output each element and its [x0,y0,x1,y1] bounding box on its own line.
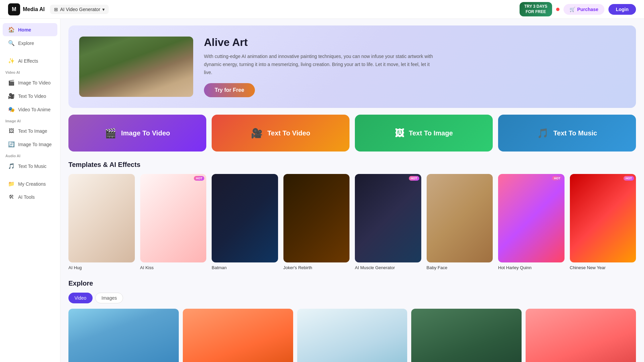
image-video-icon: 🎬 [8,79,15,86]
feature-card-image-video-label: Image To Video [121,129,170,137]
explore-festival-thumb [526,309,636,362]
feature-card-text-to-music[interactable]: 🎵 Text To Music [498,115,636,152]
template-babyface-thumb [427,174,493,262]
hero-banner: Alive Art With cutting-edge AI animation… [68,25,636,108]
feature-card-text-to-video[interactable]: 🎥 Text To Video [212,115,350,152]
text-video-card-icon: 🎥 [251,128,263,139]
template-ai-kiss-thumb: HOT [140,174,207,262]
template-chinese-newyear[interactable]: HOT Chinese New Year [570,174,636,270]
explore-tab-images[interactable]: Images [95,293,123,303]
hero-title: Alive Art [204,36,625,49]
purchase-button[interactable]: 🛒 Purchase [564,4,604,15]
template-babyface-name: Baby Face [427,265,493,270]
template-batman-name: Batman [212,265,278,270]
sidebar-item-text-to-video[interactable]: 🎥 Text To Video [3,89,57,103]
purchase-label: Purchase [577,7,598,12]
explore-item-city[interactable] [183,309,293,362]
explore-forest-thumb [411,309,522,362]
sidebar-section-video-ai: Video AI [0,68,60,76]
sidebar-item-image-to-video[interactable]: 🎬 Image To Video [3,76,57,89]
feature-card-image-to-video[interactable]: 🎬 Image To Video [68,115,206,152]
nav-dropdown-label: AI Video Generator [60,7,100,12]
explore-rocket-thumb [68,309,179,362]
template-ai-kiss-name: AI Kiss [140,265,207,270]
explore-icon: 🔍 [8,40,15,46]
explore-item-bird[interactable] [297,309,408,362]
sidebar-text-music-label: Text To Music [18,164,47,169]
explore-item-forest[interactable] [411,309,522,362]
logo[interactable]: M Media AI [8,3,45,15]
try-banner-button[interactable]: TRY 3 DAYS FOR FREE [520,2,552,16]
text-image-card-icon: 🖼 [395,128,404,139]
sidebar-item-text-to-image[interactable]: 🖼 Text To Image [3,125,57,137]
hero-description: With cutting-edge AI animation and innov… [204,53,439,76]
feature-card-text-to-image[interactable]: 🖼 Text To Image [355,115,493,152]
explore-tab-video[interactable]: Video [68,293,93,303]
sidebar-item-image-to-image[interactable]: 🔄 Image To Image [3,138,57,151]
explore-item-rocket[interactable] [68,309,179,362]
header: M Media AI ⊞ AI Video Generator ▾ TRY 3 … [0,0,644,19]
template-muscle[interactable]: HOT AI Muscle Generator [355,174,421,270]
template-harley-thumb: HOT [498,174,565,262]
template-ai-hug-name: AI Hug [68,265,135,270]
explore-section-title: Explore [68,280,636,287]
template-batman-thumb [212,174,278,262]
login-button[interactable]: Login [608,4,636,15]
layout: 🏠 Home 🔍 Explore ✨ AI Effects Video AI 🎬… [0,19,644,362]
template-chinese-thumb: HOT [570,174,636,262]
hot-badge-muscle: HOT [409,176,419,181]
sidebar-ai-tools-label: AI Tools [18,194,35,200]
feature-card-text-image-label: Text To Image [409,129,453,137]
chevron-down-icon: ▾ [102,7,105,12]
template-ai-kiss[interactable]: HOT AI Kiss [140,174,207,270]
text-music-icon: 🎵 [8,163,15,169]
text-image-icon: 🖼 [8,128,15,134]
hero-image [79,37,193,97]
sidebar-section-bottom [0,173,60,177]
template-joker-name: Joker's Rebirth [283,265,350,270]
explore-city-thumb [183,309,293,362]
sidebar-text-video-label: Text To Video [18,94,46,99]
template-harley[interactable]: HOT Hot Harley Quinn [498,174,565,270]
sidebar: 🏠 Home 🔍 Explore ✨ AI Effects Video AI 🎬… [0,19,60,362]
explore-grid: VirtualCore TRY 3 DAYSFOR FREE [68,309,636,362]
try-banner-line1: TRY 3 DAYS [524,4,547,9]
template-joker-thumb [283,174,350,262]
sidebar-item-video-to-anime[interactable]: 🎭 Video To Anime [3,103,57,116]
sidebar-text-image-label: Text To Image [18,128,47,134]
text-music-card-icon: 🎵 [537,128,549,139]
template-babyface[interactable]: Baby Face [427,174,493,270]
templates-section: Templates & AI Effects AI Hug HOT AI Kis… [68,161,636,270]
try-free-button[interactable]: Try for Free [204,83,255,97]
sidebar-item-ai-effects[interactable]: ✨ AI Effects [3,54,57,67]
sidebar-item-home[interactable]: 🏠 Home [3,23,57,36]
template-muscle-thumb: HOT [355,174,421,262]
sidebar-image-image-label: Image To Image [18,142,52,147]
template-joker[interactable]: Joker's Rebirth [283,174,350,270]
sidebar-item-text-to-music[interactable]: 🎵 Text To Music [3,160,57,173]
sidebar-section-audio-ai: Audio AI [0,151,60,159]
sidebar-item-ai-tools[interactable]: 🛠 AI Tools [3,191,57,203]
sidebar-item-my-creations[interactable]: 📁 My Creations [3,177,57,190]
template-batman[interactable]: Batman [212,174,278,270]
tools-icon: 🛠 [8,194,15,200]
sidebar-item-explore[interactable]: 🔍 Explore [3,37,57,50]
explore-item-festival[interactable]: VirtualCore TRY 3 DAYSFOR FREE [526,309,636,362]
template-ai-hug[interactable]: AI Hug [68,174,135,270]
image-image-icon: 🔄 [8,141,15,147]
main-content: Alive Art With cutting-edge AI animation… [60,19,644,362]
hero-content: Alive Art With cutting-edge AI animation… [204,36,625,97]
text-video-icon: 🎥 [8,93,15,99]
logo-text: Media AI [23,6,45,12]
notification-dot [556,8,559,11]
header-right: TRY 3 DAYS FOR FREE 🛒 Purchase Login [520,2,636,16]
nav-dropdown[interactable]: ⊞ AI Video Generator ▾ [50,5,109,14]
video-anime-icon: 🎭 [8,106,15,113]
painting-artwork [79,37,193,97]
explore-bird-thumb [297,309,408,362]
template-harley-name: Hot Harley Quinn [498,265,565,270]
hot-badge-chinese: HOT [624,176,634,181]
sidebar-my-creations-label: My Creations [18,181,46,187]
sidebar-ai-effects-label: AI Effects [18,58,38,64]
sidebar-video-anime-label: Video To Anime [18,107,51,112]
